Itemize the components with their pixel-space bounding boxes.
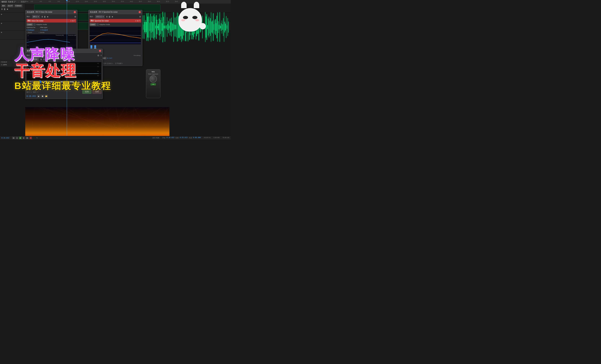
channel-map-label: 匹配幅度 [1,61,7,63]
length-val: 0:00.000 [193,137,201,139]
status-time-display: 0:10.832 [1,137,9,139]
settings-icon-3[interactable]: ⚙ [97,54,99,57]
reduction-slider[interactable] [38,81,74,82]
svg-rect-133 [210,20,210,33]
svg-rect-145 [218,21,219,33]
svg-rect-59 [156,15,156,39]
svg-rect-53 [152,16,152,38]
svg-rect-78 [170,19,170,36]
svg-rect-40 [142,16,143,39]
close-btn[interactable]: 关闭 [92,90,101,94]
svg-text:Threshold [dB]: Threshold [dB] [56,35,64,36]
svg-rect-135 [211,12,211,42]
rx-logo-2: RX [91,20,94,22]
chevron-down-icon-2: ▾ [103,16,104,18]
transport-next[interactable]: ⏭ [26,136,29,139]
loop-icon[interactable]: ↻ [36,137,38,139]
transport-forward[interactable]: ⏵ [22,136,25,139]
preset-dropdown-3[interactable]: (自定义) ▾ [32,54,41,57]
delete-preset-icon-3[interactable]: 🗑 [45,54,48,57]
stop-btn-3[interactable]: ⏹ [41,94,44,98]
star-preset-icon-2[interactable]: ★ [111,16,113,18]
only-noise-check[interactable] [27,84,28,86]
star-icon[interactable]: ★ [7,8,9,10]
noise-reduction-close-btn[interactable] [99,50,101,52]
spectral-denoise-close-btn[interactable] [139,11,141,13]
side-bottom-info: 匹配幅度 湿 100% [0,60,25,67]
ns1-btn[interactable]: ON [150,83,156,85]
delete-preset-icon-2[interactable]: 🗑 [109,16,111,18]
advanced-row: > 高级 [27,87,101,89]
svg-rect-75 [168,24,168,30]
star-preset-icon-3[interactable]: ★ [48,54,50,57]
settings-icon-2[interactable]: ⚙ [139,16,141,18]
play-btn-3[interactable]: ▶ [37,94,40,98]
settings-icon-1[interactable]: ⚙ [74,16,76,18]
only-noise-label: 仅输出噪声 [30,84,38,86]
svg-rect-43 [145,22,145,32]
music-radio[interactable]: ○ Music [27,31,32,33]
svg-rect-138 [213,13,213,41]
adaptive-check-1[interactable]: ✓ [33,24,35,25]
download-icon[interactable]: ⬇ [1,8,3,10]
tl-26: 26.0 [139,0,142,2]
spectral-heatmap [25,107,170,140]
svg-rect-141 [215,19,216,35]
svg-rect-58 [155,26,156,28]
download-preset-icon[interactable]: ⬇ [41,16,43,18]
svg-rect-50 [150,23,150,31]
svg-rect-49 [149,16,149,38]
svg-rect-69 [163,17,164,37]
transport-record[interactable]: ⏺ [29,136,32,139]
tl-20: 20.0 [112,0,115,2]
preset-dropdown-2[interactable]: (自定义) ▾ [95,15,105,18]
voice-denoise-title: 组合效果 - RX 9 Voice De-noise [27,11,52,13]
upload-icon[interactable]: 🗑 [4,8,6,10]
noise-profile-graph: -40 -40 -60 -80 [27,62,101,80]
batch-btn[interactable]: 批处理 [7,4,13,7]
gentle-radio[interactable]: ○ Gentle [38,31,44,33]
dialogue-radio[interactable]: ● Dialogue [27,29,34,31]
filter-type-label: Filter type: [40,27,48,28]
voice-denoise-close-btn[interactable] [74,11,76,13]
out-label: OUT [109,57,112,59]
star-preset-icon[interactable]: ★ [47,16,49,18]
svg-rect-70 [164,26,164,29]
track-volume-icon: ▶ [1,13,2,15]
svg-rect-89 [178,13,178,41]
folder-btn-3[interactable]: 📂 [45,94,48,98]
svg-rect-152 [223,18,223,36]
apply-btn[interactable]: 应用 [82,90,91,94]
mascot-ear-left [181,2,187,8]
side-track-3: ▶ [0,31,25,40]
download-preset-icon-3[interactable]: ⬇ [43,54,45,57]
ns1-knob[interactable] [150,75,157,82]
transport-back[interactable]: ⏴ [16,136,18,139]
learn-btn-2[interactable]: Learn [90,23,96,26]
time-row-3: 0:10.832 ▶ ⏹ 📂 [27,94,101,98]
transport-play[interactable]: ▶ [19,136,22,139]
match-btn[interactable]: 匹配幅度 [14,4,22,7]
learn-btn-1[interactable]: Learn [27,23,33,26]
delete-preset-icon[interactable]: 🗑 [44,16,46,18]
noise-reduction-title: 效果 - 降噪 [27,50,36,52]
svg-rect-153 [224,12,224,42]
svg-text:-40: -40 [27,40,29,41]
capture-btn[interactable]: 捕获噪声样本 [27,58,39,61]
upload-sample-icon[interactable]: ⬆ [40,58,42,61]
preset-value-1: (默认) [33,16,37,18]
advanced-btn-3[interactable]: > 高级 [27,87,31,89]
transport-prev[interactable]: ⏮ [12,136,15,139]
amount-row: 降噪幅度： 1 20 dB 66% [27,81,101,83]
properties-btn[interactable]: 属性 [1,4,6,7]
noise-source-setting-icon[interactable]: - [101,58,101,61]
adaptive-check-2[interactable]: ✓ [97,24,99,25]
surgical-radio[interactable]: ● Surgical [40,29,48,31]
info-icon: ℹ [101,54,101,56]
ns1-name-label: NS1 [152,71,155,73]
download-preset-icon-2[interactable]: ⬇ [106,16,108,18]
noise-profile-svg: -40 -40 -60 -80 [27,62,101,80]
preset-label-1: 预设： [27,16,31,18]
preset-row-2: 预设： (自定义) ▾ ⬇ 🗑 ★ ⚙ [90,15,141,18]
preset-dropdown-1[interactable]: (默认) ▾ [32,15,40,18]
